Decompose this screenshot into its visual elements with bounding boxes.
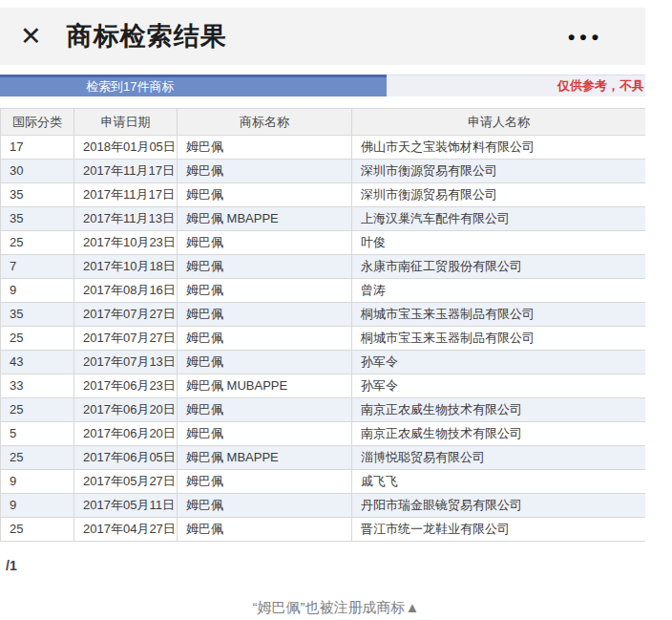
table-row: 92017年05月11日姆巴佩丹阳市瑞金眼镜贸易有限公司 <box>1 494 646 518</box>
trademark-name-link[interactable]: 姆巴佩 <box>178 183 352 207</box>
pagination-label: /1 <box>6 558 645 573</box>
close-icon[interactable]: ✕ <box>20 24 42 50</box>
table-row: 252017年07月27日姆巴佩桐城市宝玉来玉器制品有限公司 <box>1 327 646 351</box>
apply-date-cell: 2017年10月18日 <box>74 255 178 279</box>
trademark-name-link[interactable]: 姆巴佩 <box>178 398 352 422</box>
applicant-name-cell: 永康市南征工贸股份有限公司 <box>352 255 646 279</box>
result-count-badge: 检索到17件商标 <box>0 75 387 96</box>
applicant-name-cell: 丹阳市瑞金眼镜贸易有限公司 <box>352 494 646 518</box>
trademark-name-link[interactable]: 姆巴佩 <box>178 160 352 183</box>
applicant-name-cell: 叶俊 <box>352 231 646 255</box>
applicant-name-cell: 南京正农威生物技术有限公司 <box>352 398 646 422</box>
table-row: 352017年11月17日姆巴佩深圳市衡源贸易有限公司 <box>1 183 646 207</box>
applicant-name-cell: 深圳市衡源贸易有限公司 <box>352 183 646 207</box>
embedded-screenshot: ✕ 商标检索结果 ••• 检索到17件商标 仅供参考，不具 国际分类申请日期商标… <box>0 8 645 573</box>
intl-class-cell: 30 <box>1 160 74 183</box>
apply-date-cell: 2017年05月27日 <box>74 470 178 494</box>
table-row: 252017年06月20日姆巴佩南京正农威生物技术有限公司 <box>1 398 646 422</box>
trademark-name-link[interactable]: 姆巴佩 MUBAPPE <box>178 374 352 398</box>
applicant-name-cell: 晋江市统一龙鞋业有限公司 <box>352 518 646 542</box>
table-row: 302017年11月17日姆巴佩深圳市衡源贸易有限公司 <box>1 160 646 183</box>
table-row: 172018年01月05日姆巴佩佛山市天之宝装饰材料有限公司 <box>1 136 646 160</box>
applicant-name-cell: 桐城市宝玉来玉器制品有限公司 <box>352 327 646 351</box>
column-header-3: 申请人名称 <box>352 109 646 136</box>
applicant-name-cell: 淄博悦聪贸易有限公司 <box>352 446 646 470</box>
intl-class-cell: 25 <box>1 398 74 422</box>
column-header-2: 商标名称 <box>178 109 352 136</box>
apply-date-cell: 2017年11月17日 <box>74 160 178 183</box>
column-header-1: 申请日期 <box>74 109 178 136</box>
intl-class-cell: 25 <box>1 327 74 351</box>
trademark-name-link[interactable]: 姆巴佩 <box>178 231 352 255</box>
intl-class-cell: 17 <box>1 136 74 160</box>
intl-class-cell: 25 <box>1 446 74 470</box>
applicant-name-cell: 曾涛 <box>352 279 646 303</box>
more-menu-icon[interactable]: ••• <box>568 27 603 47</box>
trademark-name-link[interactable]: 姆巴佩 <box>178 422 352 446</box>
intl-class-cell: 5 <box>1 422 74 446</box>
apply-date-cell: 2018年01月05日 <box>74 136 178 160</box>
applicant-name-cell: 上海汉巢汽车配件有限公司 <box>352 207 646 231</box>
applicant-name-cell: 孙军令 <box>352 374 646 398</box>
page-title: 商标检索结果 <box>67 19 227 53</box>
apply-date-cell: 2017年07月27日 <box>74 327 178 351</box>
trademark-search-page: ✕ 商标检索结果 ••• 检索到17件商标 仅供参考，不具 国际分类申请日期商标… <box>0 8 672 620</box>
apply-date-cell: 2017年07月27日 <box>74 303 178 327</box>
trademark-name-link[interactable]: 姆巴佩 MBAPPE <box>178 446 352 470</box>
table-body: 172018年01月05日姆巴佩佛山市天之宝装饰材料有限公司302017年11月… <box>1 136 646 542</box>
intl-class-cell: 9 <box>1 494 74 518</box>
apply-date-cell: 2017年06月20日 <box>74 398 178 422</box>
table-row: 52017年06月20日姆巴佩南京正农威生物技术有限公司 <box>1 422 646 446</box>
table-row: 92017年05月27日姆巴佩戚飞飞 <box>1 470 646 494</box>
table-row: 252017年10月23日姆巴佩叶俊 <box>1 231 646 255</box>
apply-date-cell: 2017年08月16日 <box>74 279 178 303</box>
apply-date-cell: 2017年06月23日 <box>74 374 178 398</box>
trademark-name-link[interactable]: 姆巴佩 <box>178 255 352 279</box>
applicant-name-cell: 深圳市衡源贸易有限公司 <box>352 160 646 183</box>
trademark-name-link[interactable]: 姆巴佩 <box>178 351 352 374</box>
table-row: 352017年07月27日姆巴佩桐城市宝玉来玉器制品有限公司 <box>1 303 646 327</box>
intl-class-cell: 35 <box>1 303 74 327</box>
apply-date-cell: 2017年07月13日 <box>74 351 178 374</box>
disclaimer-text: 仅供参考，不具 <box>387 75 645 96</box>
applicant-name-cell: 桐城市宝玉来玉器制品有限公司 <box>352 303 646 327</box>
table-row: 332017年06月23日姆巴佩 MUBAPPE孙军令 <box>1 374 646 398</box>
intl-class-cell: 25 <box>1 518 74 542</box>
results-table: 国际分类申请日期商标名称申请人名称 172018年01月05日姆巴佩佛山市天之宝… <box>0 108 645 542</box>
apply-date-cell: 2017年10月23日 <box>74 231 178 255</box>
applicant-name-cell: 南京正农威生物技术有限公司 <box>352 422 646 446</box>
intl-class-cell: 9 <box>1 470 74 494</box>
intl-class-cell: 33 <box>1 374 74 398</box>
applicant-name-cell: 戚飞飞 <box>352 470 646 494</box>
apply-date-cell: 2017年05月11日 <box>74 494 178 518</box>
trademark-name-link[interactable]: 姆巴佩 <box>178 470 352 494</box>
trademark-name-link[interactable]: 姆巴佩 <box>178 494 352 518</box>
apply-date-cell: 2017年11月17日 <box>74 183 178 207</box>
apply-date-cell: 2017年06月20日 <box>74 422 178 446</box>
image-caption: “姆巴佩”也被注册成商标▲ <box>0 599 672 617</box>
apply-date-cell: 2017年11月13日 <box>74 207 178 231</box>
trademark-name-link[interactable]: 姆巴佩 MBAPPE <box>178 207 352 231</box>
intl-class-cell: 43 <box>1 351 74 374</box>
intl-class-cell: 35 <box>1 183 74 207</box>
trademark-name-link[interactable]: 姆巴佩 <box>178 279 352 303</box>
intl-class-cell: 7 <box>1 255 74 279</box>
status-bar: 检索到17件商标 仅供参考，不具 <box>0 75 645 96</box>
trademark-name-link[interactable]: 姆巴佩 <box>178 327 352 351</box>
applicant-name-cell: 孙军令 <box>352 351 646 374</box>
intl-class-cell: 25 <box>1 231 74 255</box>
table-header-row: 国际分类申请日期商标名称申请人名称 <box>1 109 646 136</box>
trademark-name-link[interactable]: 姆巴佩 <box>178 303 352 327</box>
apply-date-cell: 2017年06月05日 <box>74 446 178 470</box>
apply-date-cell: 2017年04月27日 <box>74 518 178 542</box>
column-header-0: 国际分类 <box>1 109 74 136</box>
trademark-name-link[interactable]: 姆巴佩 <box>178 136 352 160</box>
table-row: 252017年04月27日姆巴佩晋江市统一龙鞋业有限公司 <box>1 518 646 542</box>
intl-class-cell: 9 <box>1 279 74 303</box>
intl-class-cell: 35 <box>1 207 74 231</box>
table-row: 432017年07月13日姆巴佩孙军令 <box>1 351 646 374</box>
table-row: 92017年08月16日姆巴佩曾涛 <box>1 279 646 303</box>
trademark-name-link[interactable]: 姆巴佩 <box>178 518 352 542</box>
applicant-name-cell: 佛山市天之宝装饰材料有限公司 <box>352 136 646 160</box>
app-header: ✕ 商标检索结果 ••• <box>0 8 645 65</box>
